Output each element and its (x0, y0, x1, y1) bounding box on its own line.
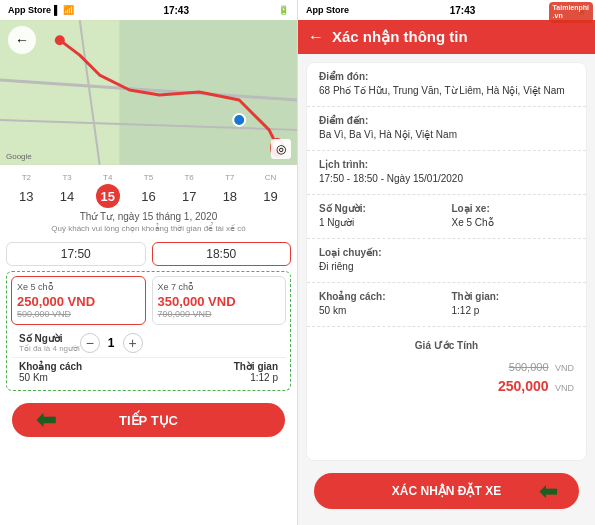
cal-day-3[interactable]: T5 16 (132, 173, 164, 208)
cal-day-name-4: T6 (184, 173, 193, 182)
diem-don-value: 68 Phố Tố Hữu, Trung Văn, Từ Liêm, Hà Nộ… (319, 84, 574, 98)
cal-day-2[interactable]: T4 15 (92, 173, 124, 208)
status-right: 🔋 (278, 5, 289, 15)
cal-day-5[interactable]: T7 18 (214, 173, 246, 208)
right-header: ← Xác nhận thông tin (298, 20, 595, 54)
back-button-right[interactable]: ← (308, 28, 324, 46)
right-panel: Taimienphi .vn App Store 17:43 🔋 ← Xác n… (298, 0, 595, 525)
time-slot-1[interactable]: 18:50 (152, 242, 292, 266)
loai-chuyen-label: Loại chuyến: (319, 247, 574, 258)
so-nguoi-col: Số Người: 1 Người (319, 203, 442, 230)
left-panel: App Store ▌ 📶 17:43 🔋 (0, 0, 298, 525)
cal-day-num-4: 17 (177, 184, 201, 208)
stepper-plus[interactable]: + (123, 333, 143, 353)
diem-den-label: Điểm đến: (319, 115, 574, 126)
thoi-gian-label: Thời gian: (452, 291, 575, 302)
price-curr-unit: VND (555, 383, 574, 393)
watermark: Taimienphi .vn (549, 2, 593, 23)
price-orig-unit: VND (555, 363, 574, 373)
cal-day-0[interactable]: T2 13 (10, 173, 42, 208)
passengers-sublabel: Tối đa là 4 người (19, 344, 80, 353)
location-button[interactable]: ◎ (271, 139, 291, 159)
vehicle-price-1: 350,000 VND (158, 294, 281, 309)
gia-ước-tinh-label: Giá Ước Tính (415, 340, 478, 351)
so-nguoi-label: Số Người: (319, 203, 442, 214)
status-bar-left: App Store ▌ 📶 17:43 🔋 (0, 0, 297, 20)
distance-label: Khoảng cách (19, 361, 82, 372)
cal-day-1[interactable]: T3 14 (51, 173, 83, 208)
cal-day-num-1: 14 (55, 184, 79, 208)
time-left: 17:43 (163, 5, 189, 16)
vehicle-name-0: Xe 5 chỗ (17, 282, 140, 292)
prices: 500,000 VND 250,000 VND (319, 357, 574, 395)
distance-value: 50 Km (19, 372, 82, 383)
vehicle-price-0: 250,000 VND (17, 294, 140, 309)
signal-icon: ▌ (54, 5, 60, 15)
passengers-row: Số Người Tối đa là 4 người − 1 + (11, 329, 286, 358)
wifi-icon: 📶 (63, 5, 74, 15)
time-value: 1:12 p (234, 372, 278, 383)
carrier-left: App Store (8, 5, 51, 15)
calendar-subtitle: Thứ Tư, ngày 15 tháng 1, 2020 (6, 211, 291, 222)
time-slot-value-0: 17:50 (61, 247, 91, 261)
diem-don-section: Điểm đón: 68 Phố Tố Hữu, Trung Văn, Từ L… (307, 63, 586, 107)
cal-day-name-1: T3 (62, 173, 71, 182)
time-slot-value-1: 18:50 (206, 247, 236, 261)
confirm-btn-wrapper: XÁC NHẬN ĐẶT XE ⬅ (306, 467, 587, 517)
cal-day-name-0: T2 (22, 173, 31, 182)
cal-day-num-2: 15 (96, 184, 120, 208)
confirm-arrow-icon: ⬅ (539, 479, 557, 504)
passengers-label: Số Người (19, 333, 80, 344)
cal-day-4[interactable]: T6 17 (173, 173, 205, 208)
vehicle-card-0[interactable]: Xe 5 chỗ 250,000 VND 500,000 VND (11, 276, 146, 325)
battery-icon: 🔋 (278, 5, 289, 15)
price-section: Giá Ước Tính 500,000 VND 250,000 VND (307, 327, 586, 403)
cal-day-num-0: 13 (14, 184, 38, 208)
diem-den-value: Ba Vì, Ba Vì, Hà Nội, Việt Nam (319, 128, 574, 142)
cal-day-num-5: 18 (218, 184, 242, 208)
cal-day-name-6: CN (265, 173, 277, 182)
vehicle-card-1[interactable]: Xe 7 chỗ 350,000 VND 700,000 VND (152, 276, 287, 325)
vehicle-orig-price-1: 700,000 VND (158, 309, 281, 319)
time-right: Thời gian 1:12 p (234, 361, 278, 383)
confirm-label: XÁC NHẬN ĐẶT XE (392, 484, 501, 498)
carrier-right: App Store (306, 5, 349, 15)
vehicle-options-container: Xe 5 chỗ 250,000 VND 500,000 VND Xe 7 ch… (6, 271, 291, 391)
khoang-cach-section: Khoảng cách: 50 km Thời gian: 1:12 p (307, 283, 586, 327)
cal-day-name-2: T4 (103, 173, 112, 182)
passengers-labels: Số Người Tối đa là 4 người (19, 333, 80, 353)
distance-row: Khoảng cách 50 Km Thời gian 1:12 p (11, 358, 286, 386)
so-nguoi-loai-xe-section: Số Người: 1 Người Loại xe: Xe 5 Chỗ (307, 195, 586, 239)
right-header-title: Xác nhận thông tin (332, 28, 468, 46)
price-orig-row: 500,000 VND (509, 357, 574, 375)
left-arrow-icon: ⬅ (36, 406, 56, 433)
diem-don-label: Điểm đón: (319, 71, 574, 82)
gia-label: Giá Ước Tính (319, 335, 574, 353)
back-button-map[interactable]: ← (8, 26, 36, 54)
lich-trinh-value: 17:50 - 18:50 - Ngày 15/01/2020 (319, 172, 574, 186)
diem-den-section: Điểm đến: Ba Vì, Ba Vì, Hà Nội, Việt Nam (307, 107, 586, 151)
thoi-gian-value: 1:12 p (452, 304, 575, 318)
loai-xe-col: Loại xe: Xe 5 Chỗ (452, 203, 575, 230)
cal-day-6[interactable]: CN 19 (255, 173, 287, 208)
loai-chuyen-value: Đi riêng (319, 260, 574, 274)
continue-btn-wrapper: TIẾP TỤC ⬅ (6, 397, 291, 443)
khoang-cach-label: Khoảng cách: (319, 291, 442, 302)
stepper-minus[interactable]: − (80, 333, 100, 353)
vehicle-name-1: Xe 7 chỗ (158, 282, 281, 292)
passengers-distance: Số Người Tối đa là 4 người − 1 + Khoảng … (11, 329, 286, 386)
time-slots: 17:50 18:50 (0, 237, 297, 271)
time-slot-0[interactable]: 17:50 (6, 242, 146, 266)
calendar-strip: T2 13 T3 14 T4 15 T5 16 T6 17 T7 18 (0, 165, 297, 237)
confirm-arrow-container: ⬅ (539, 479, 557, 505)
lich-trinh-section: Lịch trình: 17:50 - 18:50 - Ngày 15/01/2… (307, 151, 586, 195)
vehicle-orig-price-0: 500,000 VND (17, 309, 140, 319)
cal-day-name-5: T7 (225, 173, 234, 182)
status-left: App Store ▌ 📶 (8, 5, 74, 15)
stepper-value: 1 (108, 336, 115, 350)
loai-chuyen-section: Loại chuyến: Đi riêng (307, 239, 586, 283)
price-curr-row: 250,000 VND (498, 377, 574, 395)
continue-label: TIẾP TỤC (119, 413, 178, 428)
loai-xe-label: Loại xe: (452, 203, 575, 214)
khoang-cach-value: 50 km (319, 304, 442, 318)
